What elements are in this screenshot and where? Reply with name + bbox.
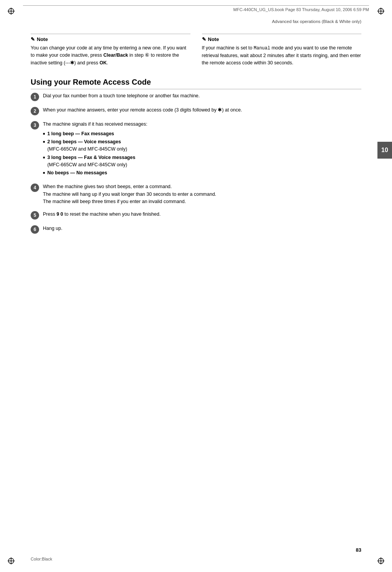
- note-label-2: Note: [208, 36, 219, 42]
- step-content-4: When the machine gives two short beeps, …: [43, 183, 361, 205]
- step3-bullet-3: ■ 3 long beeps — Fax & Voice messages(MF…: [43, 154, 361, 169]
- note-box-2: ✎ Note If your machine is set to Manual …: [202, 34, 362, 67]
- step-content-1: Dial your fax number from a touch tone t…: [43, 92, 361, 100]
- step-number-1: 1: [31, 93, 39, 101]
- step-item-3: 3 The machine signals if it has received…: [31, 121, 361, 178]
- page-container: MFC-440CN_UG_US.book Page 83 Thursday, A…: [0, 0, 392, 572]
- step-item-4: 4 When the machine gives two short beeps…: [31, 183, 361, 205]
- step-content-3: The machine signals if it has received m…: [43, 121, 361, 178]
- step-number-3: 3: [31, 121, 39, 129]
- step3-bullet-text-2: 2 long beeps — Voice messages(MFC-665CW …: [47, 138, 127, 153]
- chapter-number: 10: [381, 147, 388, 154]
- chapter-tab: 10: [377, 142, 392, 159]
- step-content-5: Press 9 0 to reset the machine when you …: [43, 211, 361, 218]
- corner-mark-bottom-left: [8, 557, 15, 564]
- step-item-6: 6 Hang up.: [31, 225, 361, 234]
- section-heading: Using your Remote Access Code: [31, 77, 361, 89]
- step3-bullet-1: ■ 1 long beep — Fax messages: [43, 130, 361, 138]
- note-box-1: ✎ Note You can change your code at any t…: [31, 34, 190, 67]
- note-title-2: ✎ Note: [202, 36, 362, 42]
- step-number-5: 5: [31, 211, 39, 220]
- file-info-text: MFC-440CN_UG_US.book Page 83 Thursday, A…: [233, 7, 369, 12]
- page-header-text: Advanced fax operations (Black & White o…: [272, 19, 361, 24]
- step3-bullet-text-4: No beeps — No messages: [47, 169, 107, 177]
- step3-bullet-2: ■ 2 long beeps — Voice messages(MFC-665C…: [43, 138, 361, 153]
- note-icon-2: ✎: [202, 36, 206, 42]
- file-info-bar: MFC-440CN_UG_US.book Page 83 Thursday, A…: [23, 5, 369, 12]
- bullet-icon-3: ■: [43, 155, 45, 161]
- step3-bullets: ■ 1 long beep — Fax messages ■ 2 long be…: [43, 130, 361, 177]
- note-text-1: You can change your code at any time by …: [31, 44, 190, 67]
- step3-intro: The machine signals if it has received m…: [43, 121, 147, 127]
- step-number-2: 2: [31, 107, 39, 115]
- note-label-1: Note: [37, 36, 48, 42]
- bullet-icon-1: ■: [43, 131, 45, 137]
- step-content-2: When your machine answers, enter your re…: [43, 107, 361, 114]
- note-title-1: ✎ Note: [31, 36, 190, 42]
- step3-bullet-4: ■ No beeps — No messages: [43, 169, 361, 177]
- step-item-5: 5 Press 9 0 to reset the machine when yo…: [31, 211, 361, 220]
- page-header: Advanced fax operations (Black & White o…: [31, 19, 361, 25]
- steps-list: 1 Dial your fax number from a touch tone…: [31, 92, 361, 234]
- bottom-info: Color:Black: [31, 557, 52, 561]
- main-content: Advanced fax operations (Black & White o…: [31, 19, 361, 239]
- note2-code: Manual: [254, 46, 270, 51]
- step3-bullet-text-3: 3 long beeps — Fax & Voice messages(MFC-…: [47, 154, 135, 169]
- step-content-6: Hang up.: [43, 225, 361, 232]
- step-item-1: 1 Dial your fax number from a touch tone…: [31, 92, 361, 101]
- note-text-2: If your machine is set to Manual mode an…: [202, 44, 362, 67]
- note-icon-1: ✎: [31, 36, 35, 42]
- step5-bold: 9 0: [56, 211, 63, 217]
- step-number-4: 4: [31, 184, 39, 192]
- notes-row: ✎ Note You can change your code at any t…: [31, 34, 361, 67]
- note1-ok: OK: [100, 60, 107, 66]
- note1-clearback: Clear/Back: [103, 52, 128, 58]
- corner-mark-bottom-right: [377, 557, 384, 564]
- step-item-2: 2 When your machine answers, enter your …: [31, 107, 361, 115]
- page-number: 83: [356, 547, 361, 553]
- step3-bullet-text-1: 1 long beep — Fax messages: [47, 130, 114, 138]
- corner-mark-top-right: [377, 8, 384, 15]
- step-number-6: 6: [31, 225, 39, 234]
- corner-mark-top-left: [8, 8, 15, 15]
- bullet-icon-4: ■: [43, 170, 45, 176]
- bullet-icon-2: ■: [43, 139, 45, 145]
